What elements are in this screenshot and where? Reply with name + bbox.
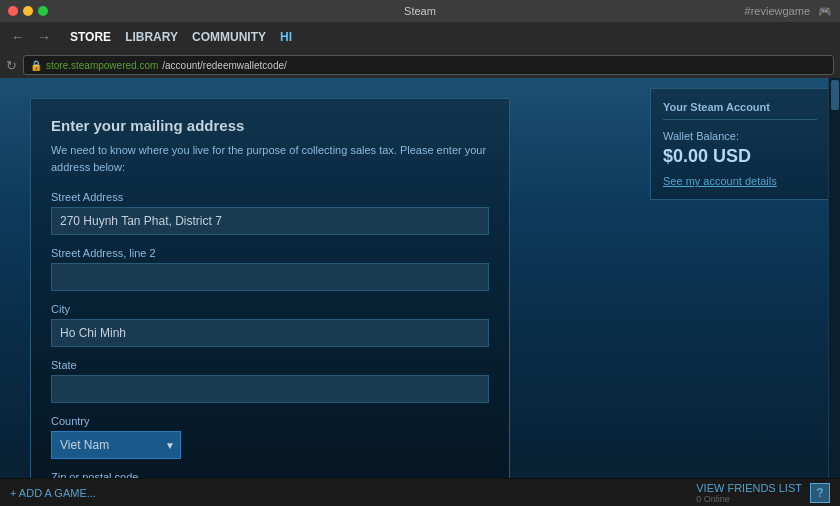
maximize-button[interactable] (38, 6, 48, 16)
address-bar-row: ↻ 🔒 store.steampowered.com /account/rede… (0, 52, 840, 78)
nav-bar: ← → STORE LIBRARY COMMUNITY HI (0, 22, 840, 52)
steam-content: Enter your mailing address We need to kn… (0, 78, 640, 506)
title-bar-right: #reviewgame 🎮 (745, 5, 832, 18)
url-path: /account/redeemwalletcode/ (162, 60, 287, 71)
state-input[interactable] (51, 375, 489, 403)
friends-list-area: VIEW FRIENDS LIST 0 Online (696, 482, 802, 504)
account-box-title: Your Steam Account (663, 101, 817, 120)
window-title: Steam (404, 5, 436, 17)
wallet-balance: $0.00 USD (663, 146, 817, 167)
nav-hi[interactable]: HI (274, 27, 298, 47)
forward-button[interactable]: → (34, 29, 54, 45)
country-label: Country (51, 415, 489, 427)
window-controls (8, 6, 48, 16)
url-green-part: store.steampowered.com (46, 60, 158, 71)
street-address-label: Street Address (51, 191, 489, 203)
title-bar: Steam #reviewgame 🎮 (0, 0, 840, 22)
state-label: State (51, 359, 489, 371)
street-address-group: Street Address (51, 191, 489, 235)
close-button[interactable] (8, 6, 18, 16)
back-button[interactable]: ← (8, 29, 28, 45)
street-address2-input[interactable] (51, 263, 489, 291)
street-address-input[interactable] (51, 207, 489, 235)
bottom-right: VIEW FRIENDS LIST 0 Online ? (696, 482, 830, 504)
sidebar: Your Steam Account Wallet Balance: $0.00… (640, 78, 840, 506)
help-button[interactable]: ? (810, 483, 830, 503)
account-box: Your Steam Account Wallet Balance: $0.00… (650, 88, 830, 200)
gamepad-icon: 🎮 (818, 5, 832, 18)
scrollbar-thumb[interactable] (831, 80, 839, 110)
main-content: Enter your mailing address We need to kn… (0, 78, 840, 506)
city-group: City (51, 303, 489, 347)
bottom-bar: + ADD A GAME... VIEW FRIENDS LIST 0 Onli… (0, 478, 840, 506)
nav-community[interactable]: COMMUNITY (186, 27, 272, 47)
browser-window: Steam #reviewgame 🎮 ← → STORE LIBRARY CO… (0, 0, 840, 506)
nav-menu: STORE LIBRARY COMMUNITY HI (64, 27, 298, 47)
form-subtitle: We need to know where you live for the p… (51, 142, 489, 175)
scrollbar[interactable] (828, 78, 840, 506)
lock-icon: 🔒 (30, 60, 42, 71)
country-select-wrapper: Viet Nam United States Other ▼ (51, 431, 181, 459)
state-group: State (51, 359, 489, 403)
country-group: Country Viet Nam United States Other ▼ (51, 415, 489, 459)
account-details-link[interactable]: See my account details (663, 175, 817, 187)
form-title: Enter your mailing address (51, 117, 489, 134)
nav-library[interactable]: LIBRARY (119, 27, 184, 47)
mailing-address-form: Enter your mailing address We need to kn… (30, 98, 510, 506)
minimize-button[interactable] (23, 6, 33, 16)
content-area: Enter your mailing address We need to kn… (0, 78, 840, 506)
refresh-button[interactable]: ↻ (6, 58, 17, 73)
nav-store[interactable]: STORE (64, 27, 117, 47)
address-bar[interactable]: 🔒 store.steampowered.com /account/redeem… (23, 55, 834, 75)
country-select[interactable]: Viet Nam United States Other (51, 431, 181, 459)
view-friends-list-button[interactable]: VIEW FRIENDS LIST (696, 482, 802, 494)
online-status: 0 Online (696, 494, 802, 504)
user-label: #reviewgame (745, 5, 810, 17)
street-address2-label: Street Address, line 2 (51, 247, 489, 259)
city-input[interactable] (51, 319, 489, 347)
street-address2-group: Street Address, line 2 (51, 247, 489, 291)
wallet-label: Wallet Balance: (663, 130, 817, 142)
city-label: City (51, 303, 489, 315)
add-game-button[interactable]: + ADD A GAME... (10, 487, 96, 499)
